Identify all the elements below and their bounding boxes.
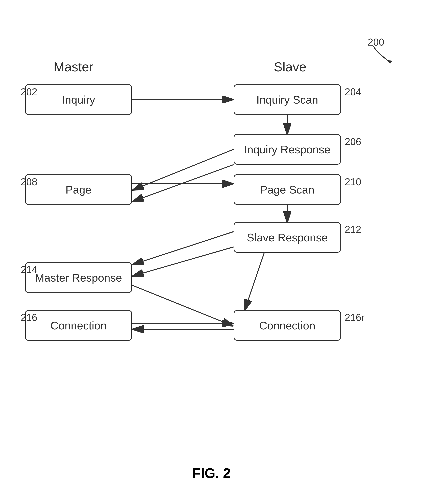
diagram: 200 Master Slave Inquiry 202 Inquiry Sca… bbox=[0, 0, 423, 504]
svg-line-10 bbox=[132, 285, 232, 325]
svg-line-11 bbox=[245, 253, 264, 309]
ref-200: 200 bbox=[368, 36, 384, 48]
inquiry-response-box: Inquiry Response bbox=[234, 134, 341, 165]
ref-202: 202 bbox=[21, 86, 37, 98]
slave-column-label: Slave bbox=[274, 59, 306, 74]
page-scan-box: Page Scan bbox=[234, 174, 341, 205]
ref-216-left: 216 bbox=[21, 312, 37, 323]
ref-214: 214 bbox=[21, 264, 37, 275]
master-response-box: Master Response bbox=[25, 262, 132, 293]
page-box: Page bbox=[25, 174, 132, 205]
svg-marker-0 bbox=[388, 60, 393, 63]
connection-left-box: Connection bbox=[25, 310, 132, 341]
svg-line-4 bbox=[134, 149, 234, 190]
svg-line-9 bbox=[134, 247, 234, 276]
slave-response-box: Slave Response bbox=[234, 222, 341, 253]
svg-line-8 bbox=[134, 232, 234, 264]
svg-line-5 bbox=[134, 165, 234, 201]
ref-210: 210 bbox=[345, 176, 361, 188]
inquiry-scan-box: Inquiry Scan bbox=[234, 84, 341, 115]
ref-212: 212 bbox=[345, 224, 361, 235]
flow-arrows bbox=[0, 0, 423, 504]
ref-208: 208 bbox=[21, 176, 37, 188]
inquiry-box: Inquiry bbox=[25, 84, 132, 115]
ref-216-right: 216r bbox=[345, 312, 365, 323]
ref-206: 206 bbox=[345, 136, 361, 147]
connection-right-box: Connection bbox=[234, 310, 341, 341]
master-column-label: Master bbox=[54, 59, 93, 74]
figure-label: FIG. 2 bbox=[192, 465, 230, 481]
ref-204: 204 bbox=[345, 86, 361, 98]
arrow-200 bbox=[0, 0, 423, 504]
